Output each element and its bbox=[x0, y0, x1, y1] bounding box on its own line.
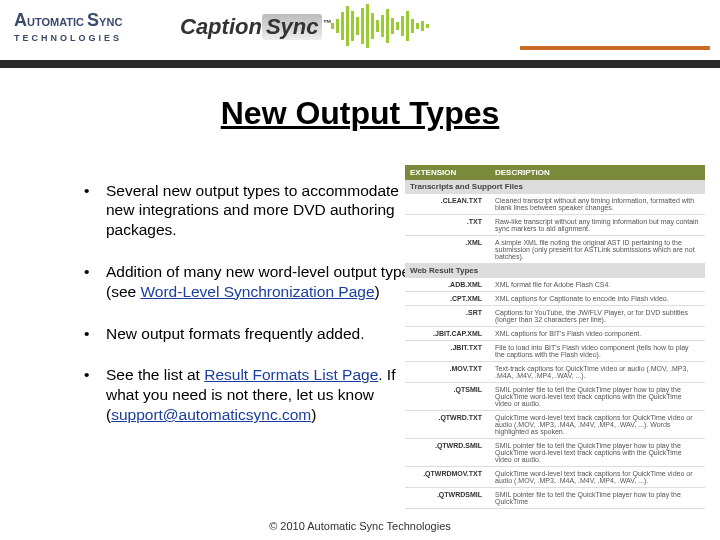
cell-desc: SMIL pointer file to tell the QuickTime … bbox=[490, 488, 705, 509]
bullet-4-text-c: ) bbox=[311, 406, 316, 423]
logo-caption-text: Caption bbox=[180, 14, 262, 39]
bullet-1-text: Several new output types to accommodate … bbox=[106, 182, 399, 239]
table-row: .SRTCaptions for YouTube, the JW/FLV Pla… bbox=[405, 306, 705, 327]
cell-desc: SMIL pointer file to tell the QuickTime … bbox=[490, 383, 705, 411]
logo-letter-s: S bbox=[87, 10, 99, 30]
bullet-list: Several new output types to accommodate … bbox=[44, 181, 424, 447]
cell-ext: .JBIT.CAP.XML bbox=[405, 327, 490, 341]
cell-desc: XML captions for BIT's Flash video compo… bbox=[490, 327, 705, 341]
table-header-row: EXTENSION DESCRIPTION bbox=[405, 165, 705, 180]
table-row: .JBIT.CAP.XMLXML captions for BIT's Flas… bbox=[405, 327, 705, 341]
cell-desc: QuickTime word-level text track captions… bbox=[490, 411, 705, 439]
cell-ext: .XML bbox=[405, 236, 490, 264]
header: AUTOMATIC SYNC TECHNOLOGIES CaptionSync™ bbox=[0, 0, 720, 68]
cell-desc: Raw-like transcript without any timing i… bbox=[490, 215, 705, 236]
cell-ext: .CLEAN.TXT bbox=[405, 194, 490, 215]
cell-desc: XML format file for Adobe Flash CS4. bbox=[490, 278, 705, 292]
word-level-sync-link[interactable]: Word-Level Synchronization Page bbox=[140, 283, 374, 300]
table-section-transcripts: Transcripts and Support Files bbox=[405, 180, 705, 194]
bullet-2: Addition of many new word-level output t… bbox=[84, 262, 424, 302]
cell-ext: .TXT bbox=[405, 215, 490, 236]
copyright-footer: © 2010 Automatic Sync Technologies bbox=[0, 520, 720, 532]
logo-automatic-sync: AUTOMATIC SYNC TECHNOLOGIES bbox=[14, 10, 122, 43]
cell-desc: A simple XML file noting the original AS… bbox=[490, 236, 705, 264]
table-row: .CLEAN.TXTCleaned transcript without any… bbox=[405, 194, 705, 215]
slide-title: New Output Types bbox=[0, 95, 720, 132]
support-email-link[interactable]: support@automaticsync.com bbox=[111, 406, 311, 423]
bullet-4-text-a: See the list at bbox=[106, 366, 204, 383]
cell-desc: Cleaned transcript without any timing in… bbox=[490, 194, 705, 215]
cell-ext: .QTWRDMOV.TXT bbox=[405, 467, 490, 488]
cell-desc: QuickTime word-level text track captions… bbox=[490, 467, 705, 488]
bullet-1: Several new output types to accommodate … bbox=[84, 181, 424, 240]
header-accent-bar bbox=[520, 46, 710, 50]
bullet-3: New output formats frequently added. bbox=[84, 324, 424, 344]
cell-desc: XML captions for Captionate to encode in… bbox=[490, 292, 705, 306]
table-row: .QTWRD.TXTQuickTime word-level text trac… bbox=[405, 411, 705, 439]
table-row: .CPT.XMLXML captions for Captionate to e… bbox=[405, 292, 705, 306]
cell-ext: .QTSMIL bbox=[405, 383, 490, 411]
table-row: .QTWRDSMILSMIL pointer file to tell the … bbox=[405, 488, 705, 509]
cell-ext: .MOV.TXT bbox=[405, 362, 490, 383]
cell-ext: .QTWRD.TXT bbox=[405, 411, 490, 439]
cell-desc: Text-track captions for QuickTime video … bbox=[490, 362, 705, 383]
table-row: .MOV.TXTText-track captions for QuickTim… bbox=[405, 362, 705, 383]
formats-table: EXTENSION DESCRIPTION Transcripts and Su… bbox=[405, 165, 705, 509]
cell-desc: Captions for YouTube, the JW/FLV Player,… bbox=[490, 306, 705, 327]
logo-word-sync: YNC bbox=[99, 16, 122, 28]
table-row: .ADB.XMLXML format file for Adobe Flash … bbox=[405, 278, 705, 292]
cell-ext: .SRT bbox=[405, 306, 490, 327]
logo-word-technologies: TECHNOLOGIES bbox=[14, 33, 122, 43]
table-row: .JBIT.TXTFile to load into BIT's Flash v… bbox=[405, 341, 705, 362]
cell-ext: .JBIT.TXT bbox=[405, 341, 490, 362]
slide: AUTOMATIC SYNC TECHNOLOGIES CaptionSync™… bbox=[0, 0, 720, 540]
logo-word-automatic: UTOMATIC bbox=[27, 16, 84, 28]
table-section-web: Web Result Types bbox=[405, 264, 705, 278]
bullet-2-text-b: ) bbox=[375, 283, 380, 300]
table-row: .TXTRaw-like transcript without any timi… bbox=[405, 215, 705, 236]
result-formats-link[interactable]: Result Formats List Page bbox=[204, 366, 378, 383]
cell-ext: .QTWRDSMIL bbox=[405, 488, 490, 509]
cell-ext: .QTWRD.SMIL bbox=[405, 439, 490, 467]
logo-letter-a: A bbox=[14, 10, 27, 30]
logo-captionsync: CaptionSync™ bbox=[180, 14, 331, 40]
table-row: .XMLA simple XML file noting the origina… bbox=[405, 236, 705, 264]
bullet-3-text: New output formats frequently added. bbox=[106, 325, 364, 342]
waveform-graphic bbox=[330, 4, 510, 52]
cell-ext: .CPT.XML bbox=[405, 292, 490, 306]
section-label: Transcripts and Support Files bbox=[405, 180, 705, 194]
bullet-4: See the list at Result Formats List Page… bbox=[84, 365, 424, 424]
section-label: Web Result Types bbox=[405, 264, 705, 278]
cell-desc: SMIL pointer file to tell the QuickTime … bbox=[490, 439, 705, 467]
logo-sync-text: Sync bbox=[262, 14, 323, 40]
table-row: .QTWRD.SMILSMIL pointer file to tell the… bbox=[405, 439, 705, 467]
col-extension: EXTENSION bbox=[405, 165, 490, 180]
col-description: DESCRIPTION bbox=[490, 165, 705, 180]
cell-desc: File to load into BIT's Flash video comp… bbox=[490, 341, 705, 362]
table-row: .QTSMILSMIL pointer file to tell the Qui… bbox=[405, 383, 705, 411]
table-row: .QTWRDMOV.TXTQuickTime word-level text t… bbox=[405, 467, 705, 488]
cell-ext: .ADB.XML bbox=[405, 278, 490, 292]
